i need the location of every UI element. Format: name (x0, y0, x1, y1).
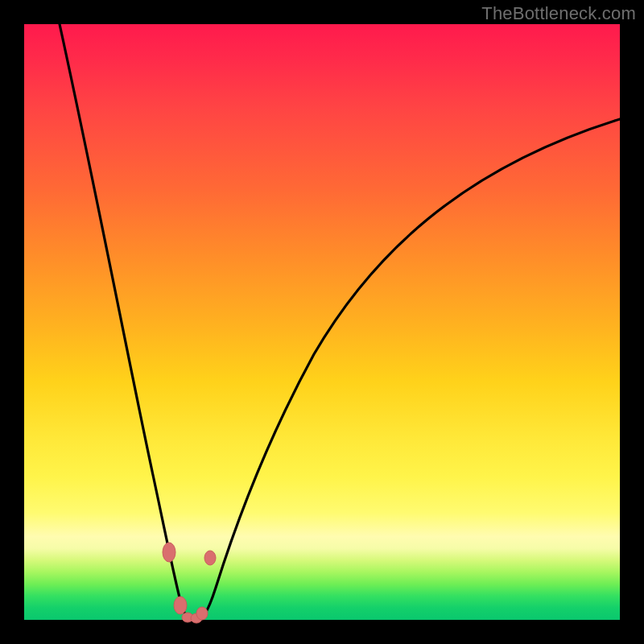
marker-dot (204, 551, 216, 565)
chart-frame: TheBottleneck.com (0, 0, 644, 644)
bottleneck-curve-svg (24, 24, 620, 620)
watermark-text: TheBottleneck.com (481, 3, 636, 24)
marker-dot (163, 543, 175, 562)
marker-dot (196, 607, 208, 620)
bottleneck-curve (60, 24, 620, 619)
marker-dot (174, 597, 187, 614)
